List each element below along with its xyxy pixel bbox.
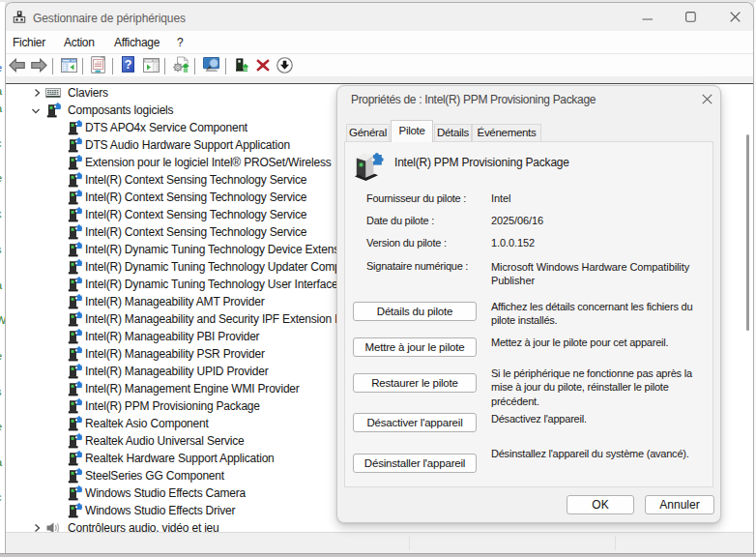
svg-text:?: ? — [125, 58, 132, 72]
